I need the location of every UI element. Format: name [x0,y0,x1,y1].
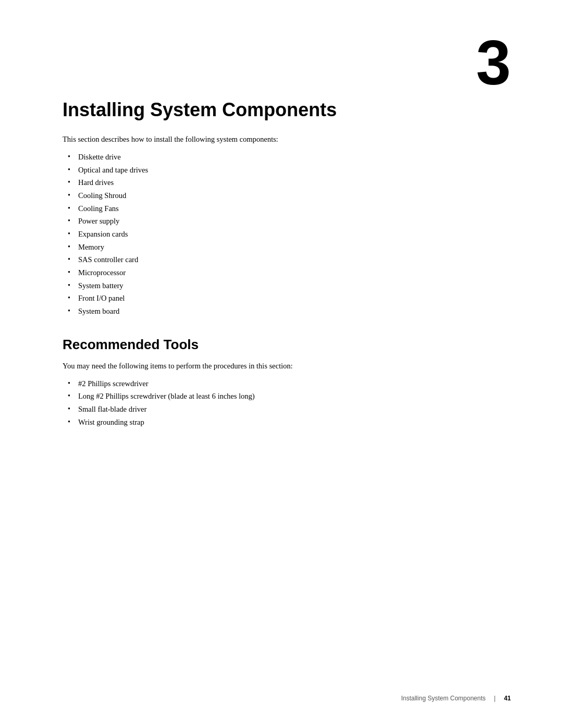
list-item: Memory [63,241,500,254]
list-item: Power supply [63,215,500,228]
list-item: Microprocessor [63,266,500,279]
list-item: System board [63,305,500,318]
list-item: Optical and tape drives [63,164,500,177]
recommended-tools-heading: Recommended Tools [63,337,500,353]
chapter-title: Installing System Components [63,99,500,121]
list-item: Long #2 Phillips screwdriver (blade at l… [63,390,500,403]
list-item: Hard drives [63,176,500,189]
list-item: Diskette drive [63,151,500,164]
components-list: Diskette drive Optical and tape drives H… [63,151,500,317]
list-item: Cooling Fans [63,202,500,215]
list-item: Small flat-blade driver [63,403,500,416]
list-item: Expansion cards [63,228,500,241]
list-item: #2 Phillips screwdriver [63,377,500,390]
list-item: Cooling Shroud [63,189,500,202]
page-container: 3 Installing System Components This sect… [0,0,563,728]
list-item: Wrist grounding strap [63,416,500,429]
footer-separator: | [494,695,496,702]
page-number: 41 [504,695,511,702]
tools-intro-text: You may need the following items to perf… [63,360,500,372]
tools-list: #2 Phillips screwdriver Long #2 Phillips… [63,377,500,429]
page-footer: Installing System Components | 41 [0,695,563,702]
list-item: Front I/O panel [63,292,500,305]
list-item: System battery [63,279,500,292]
chapter-number: 3 [476,31,511,94]
footer-text: Installing System Components | 41 [401,695,511,702]
chapter-intro-text: This section describes how to install th… [63,133,500,145]
footer-section-label: Installing System Components [401,695,485,702]
list-item: SAS controller card [63,253,500,266]
